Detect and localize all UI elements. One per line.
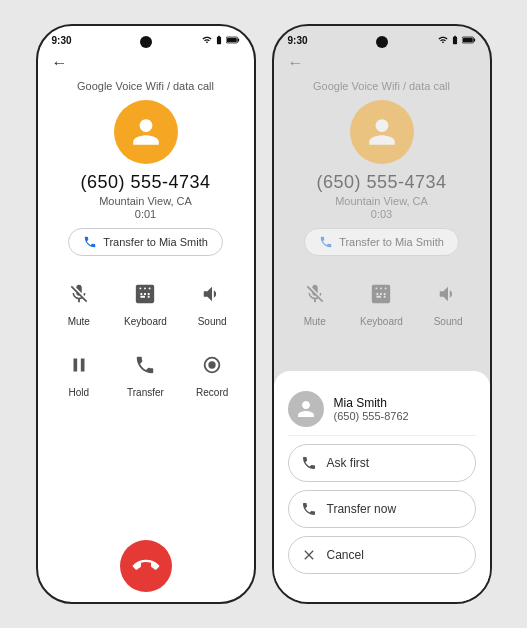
ask-first-option[interactable]: Ask first (288, 444, 476, 482)
status-icons-right (438, 35, 476, 45)
mute-control-right[interactable]: Mute (284, 268, 347, 335)
mute-icon (61, 276, 97, 312)
battery-icon-r (462, 35, 476, 45)
transfer-button-label: Transfer to Mia Smith (103, 236, 208, 248)
transfer-button-right[interactable]: Transfer to Mia Smith (304, 228, 459, 256)
hold-control[interactable]: Hold (48, 339, 111, 406)
person-icon (130, 116, 162, 148)
hold-icon (61, 347, 97, 383)
mute-control[interactable]: Mute (48, 268, 111, 335)
signal-icon (202, 35, 212, 45)
record-icon (194, 347, 230, 383)
mute-label-right: Mute (304, 316, 326, 327)
end-call-button[interactable] (120, 540, 172, 592)
left-phone: 9:30 ← Google Voice Wifi / data call (65… (36, 24, 256, 604)
keyboard-label: Keyboard (124, 316, 167, 327)
transfer-now-label: Transfer now (327, 502, 397, 516)
transfer-button[interactable]: Transfer to Mia Smith (68, 228, 223, 256)
location-right: Mountain View, CA (274, 195, 490, 207)
signal-icon-r (438, 35, 448, 45)
right-phone: 9:30 ← Google Voice Wifi / data call (65… (272, 24, 492, 604)
contact-avatar (288, 391, 324, 427)
cancel-icon (301, 547, 317, 563)
transfer-now-icon (301, 501, 317, 517)
phone-number: (650) 555-4734 (38, 172, 254, 193)
wifi-icon-r (450, 35, 460, 45)
ask-first-icon (301, 455, 317, 471)
record-control[interactable]: Record (181, 339, 244, 406)
contact-info: Mia Smith (650) 555-8762 (334, 396, 409, 422)
avatar-right (350, 100, 414, 164)
end-call-area (38, 530, 254, 602)
notch (140, 36, 152, 48)
end-call-icon (127, 548, 164, 585)
ask-first-label: Ask first (327, 456, 370, 470)
call-timer-right: 0:03 (274, 208, 490, 220)
transfer-phone-icon-right (319, 235, 333, 249)
battery-icon (226, 35, 240, 45)
avatar (114, 100, 178, 164)
keyboard-control[interactable]: Keyboard (114, 268, 177, 335)
wifi-icon (214, 35, 224, 45)
controls-grid: Mute Keyboard Sound Hold (38, 264, 254, 410)
transfer-ctrl-icon (127, 347, 163, 383)
back-button-right[interactable]: ← (274, 50, 490, 76)
transfer-menu: Mia Smith (650) 555-8762 Ask first Trans… (274, 371, 490, 602)
status-time-right: 9:30 (288, 35, 308, 46)
sound-icon (194, 276, 230, 312)
cancel-option[interactable]: Cancel (288, 536, 476, 574)
svg-rect-1 (237, 39, 238, 42)
transfer-button-label-right: Transfer to Mia Smith (339, 236, 444, 248)
hold-label: Hold (69, 387, 90, 398)
svg-rect-7 (462, 38, 472, 42)
status-icons (202, 35, 240, 45)
mute-icon-right (297, 276, 333, 312)
contact-name: Mia Smith (334, 396, 409, 410)
transfer-contact: Mia Smith (650) 555-8762 (288, 383, 476, 436)
sound-label: Sound (198, 316, 227, 327)
person-icon-right (366, 116, 398, 148)
call-header-right: Google Voice Wifi / data call (274, 76, 490, 100)
svg-rect-2 (226, 38, 236, 42)
sound-label-right: Sound (434, 316, 463, 327)
keyboard-icon (127, 276, 163, 312)
back-button[interactable]: ← (38, 50, 254, 76)
transfer-control[interactable]: Transfer (114, 339, 177, 406)
call-header: Google Voice Wifi / data call (38, 76, 254, 100)
call-timer: 0:01 (38, 208, 254, 220)
mute-label: Mute (68, 316, 90, 327)
cancel-label: Cancel (327, 548, 364, 562)
contact-number: (650) 555-8762 (334, 410, 409, 422)
notch-right (376, 36, 388, 48)
sound-control-right[interactable]: Sound (417, 268, 480, 335)
location: Mountain View, CA (38, 195, 254, 207)
transfer-label: Transfer (127, 387, 164, 398)
sound-icon-right (430, 276, 466, 312)
status-time: 9:30 (52, 35, 72, 46)
svg-point-4 (208, 361, 215, 368)
phone-number-right: (650) 555-4734 (274, 172, 490, 193)
svg-rect-6 (473, 39, 474, 42)
transfer-phone-icon (83, 235, 97, 249)
sound-control[interactable]: Sound (181, 268, 244, 335)
controls-grid-right: Mute Keyboard Sound (274, 264, 490, 339)
keyboard-label-right: Keyboard (360, 316, 403, 327)
keyboard-control-right[interactable]: Keyboard (350, 268, 413, 335)
keyboard-icon-right (363, 276, 399, 312)
record-label: Record (196, 387, 228, 398)
transfer-now-option[interactable]: Transfer now (288, 490, 476, 528)
